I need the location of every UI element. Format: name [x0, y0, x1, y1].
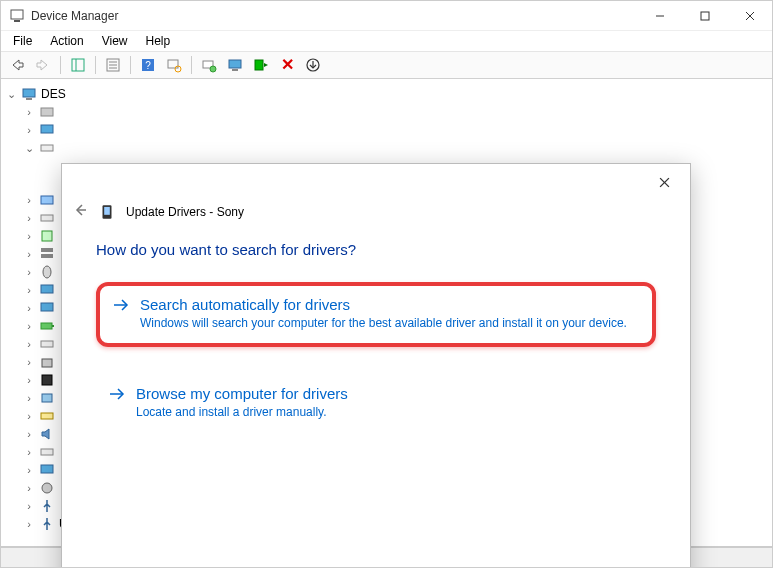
svg-rect-0: [11, 10, 23, 19]
mouse-icon: [39, 264, 55, 280]
device-icon-tool[interactable]: [223, 54, 247, 76]
svg-rect-24: [41, 108, 53, 116]
svg-rect-49: [104, 206, 110, 214]
expand-icon[interactable]: ›: [23, 106, 35, 118]
expand-icon[interactable]: ›: [23, 374, 35, 386]
x-icon: ✕: [281, 57, 294, 73]
tree-node[interactable]: ›: [5, 121, 768, 139]
device-category-icon: [39, 336, 55, 352]
collapse-icon[interactable]: ⌄: [23, 142, 35, 155]
menu-file[interactable]: File: [5, 32, 40, 50]
expand-icon[interactable]: ›: [23, 320, 35, 332]
expand-icon[interactable]: ›: [23, 464, 35, 476]
option-texts: Browse my computer for drivers Locate an…: [136, 385, 644, 420]
processor-icon: [39, 372, 55, 388]
dialog-body: How do you want to search for drivers? S…: [62, 231, 690, 568]
drive-icon: [39, 140, 55, 156]
back-arrow-icon[interactable]: [72, 202, 88, 221]
svg-rect-40: [42, 394, 52, 402]
expand-icon[interactable]: ›: [23, 194, 35, 206]
svg-rect-37: [41, 341, 53, 347]
option-search-automatically[interactable]: Search automatically for drivers Windows…: [96, 282, 656, 347]
usb-icon: [39, 498, 55, 514]
update-driver-icon[interactable]: [197, 54, 221, 76]
device-category-icon: [39, 122, 55, 138]
maximize-button[interactable]: [682, 1, 727, 31]
svg-rect-30: [41, 248, 53, 252]
collapse-icon[interactable]: ⌄: [5, 88, 17, 101]
dialog-nav-title: Update Drivers - Sony: [126, 205, 244, 219]
svg-rect-22: [23, 89, 35, 97]
device-category-icon: [39, 390, 55, 406]
usb-icon: [39, 516, 55, 532]
help-icon[interactable]: ?: [136, 54, 160, 76]
device-category-icon: [39, 192, 55, 208]
expand-icon[interactable]: ›: [23, 266, 35, 278]
option-browse-computer[interactable]: Browse my computer for drivers Locate an…: [96, 375, 656, 432]
expand-icon[interactable]: ›: [23, 302, 35, 314]
option-title: Search automatically for drivers: [140, 296, 640, 313]
svg-rect-38: [42, 359, 52, 367]
tree-node[interactable]: ›: [5, 103, 768, 121]
menu-help[interactable]: Help: [138, 32, 179, 50]
expand-icon[interactable]: ›: [23, 338, 35, 350]
device-category-icon: [39, 480, 55, 496]
expand-icon[interactable]: ›: [23, 356, 35, 368]
svg-rect-36: [52, 325, 54, 327]
svg-rect-25: [41, 125, 53, 133]
properties-icon[interactable]: [101, 54, 125, 76]
svg-rect-3: [701, 12, 709, 20]
toolbar-separator: [191, 56, 192, 74]
toolbar-separator: [60, 56, 61, 74]
menu-view[interactable]: View: [94, 32, 136, 50]
scan-hardware-icon[interactable]: [162, 54, 186, 76]
forward-icon[interactable]: [31, 54, 55, 76]
back-icon[interactable]: [5, 54, 29, 76]
menu-action[interactable]: Action: [42, 32, 91, 50]
expand-icon[interactable]: ›: [23, 482, 35, 494]
device-icon: [98, 203, 116, 221]
svg-rect-20: [255, 60, 263, 70]
svg-rect-43: [41, 465, 53, 473]
toolbar-separator: [130, 56, 131, 74]
dialog-header: [62, 164, 690, 200]
svg-rect-18: [229, 60, 241, 68]
expand-icon[interactable]: ›: [23, 446, 35, 458]
show-hide-tree-icon[interactable]: [66, 54, 90, 76]
svg-rect-23: [26, 98, 32, 100]
expand-icon[interactable]: ›: [23, 124, 35, 136]
arrow-right-icon: [112, 296, 130, 331]
expand-icon[interactable]: ›: [23, 212, 35, 224]
close-button[interactable]: [727, 1, 772, 31]
svg-rect-29: [42, 231, 52, 241]
svg-rect-19: [232, 69, 238, 71]
svg-point-44: [42, 483, 52, 493]
dialog-heading: How do you want to search for drivers?: [96, 241, 656, 258]
svg-point-32: [43, 266, 51, 278]
device-category-icon: [39, 104, 55, 120]
expand-icon[interactable]: ›: [23, 500, 35, 512]
tree-root[interactable]: ⌄ DES: [5, 85, 768, 103]
device-category-icon: [39, 228, 55, 244]
tree-node[interactable]: ⌄: [5, 139, 768, 157]
expand-icon[interactable]: ›: [23, 284, 35, 296]
update-drivers-dialog: Update Drivers - Sony How do you want to…: [61, 163, 691, 568]
audio-icon: [39, 426, 55, 442]
minimize-button[interactable]: [637, 1, 682, 31]
expand-icon[interactable]: ›: [23, 518, 35, 530]
arrow-right-icon: [108, 385, 126, 420]
network-icon: [39, 300, 55, 316]
expand-icon[interactable]: ›: [23, 230, 35, 242]
expand-icon[interactable]: ›: [23, 248, 35, 260]
expand-icon[interactable]: ›: [23, 392, 35, 404]
tree-root-label: DES: [41, 87, 66, 101]
enable-icon[interactable]: [249, 54, 273, 76]
uninstall-icon[interactable]: [301, 54, 325, 76]
expand-icon[interactable]: ›: [23, 428, 35, 440]
expand-icon[interactable]: ›: [23, 410, 35, 422]
computer-icon: [21, 86, 37, 102]
option-texts: Search automatically for drivers Windows…: [140, 296, 640, 331]
dialog-close-button[interactable]: [644, 167, 684, 197]
disable-icon[interactable]: ✕: [275, 54, 299, 76]
device-category-icon: [39, 210, 55, 226]
